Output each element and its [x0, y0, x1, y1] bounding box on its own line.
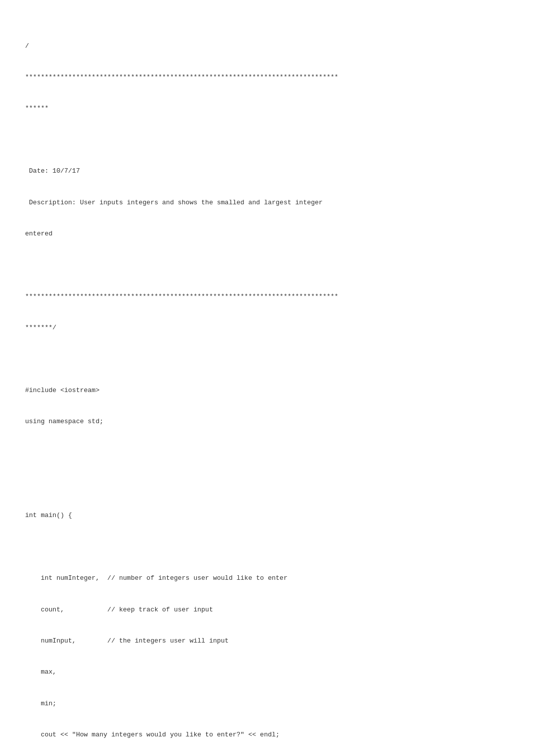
line-entered: entered — [25, 229, 508, 239]
line-empty6 — [25, 542, 508, 553]
line-max: max, — [25, 667, 508, 678]
line-description: Description: User inputs integers and sh… — [25, 198, 508, 208]
line-empty1 — [25, 135, 508, 146]
line-count: count, // keep track of user input — [25, 605, 508, 615]
line-empty2 — [25, 260, 508, 271]
line-empty3 — [25, 354, 508, 365]
line-numinteger: int numInteger, // number of integers us… — [25, 573, 508, 584]
line-stars2: ****** — [25, 103, 508, 114]
code-viewer: / **************************************… — [25, 20, 508, 756]
line-namespace: using namespace std; — [25, 417, 508, 427]
line-date: Date: 10/7/17 — [25, 166, 508, 177]
line-min: min; — [25, 699, 508, 709]
line-include: #include <iostream> — [25, 386, 508, 396]
line-empty4 — [25, 448, 508, 459]
line-stars1: ****************************************… — [25, 72, 508, 83]
line-empty5 — [25, 479, 508, 490]
line-numinput: numInput, // the integers user will inpu… — [25, 636, 508, 647]
line-stars3: ****************************************… — [25, 292, 508, 302]
line-main: int main() { — [25, 511, 508, 521]
line-slash: / — [25, 41, 508, 52]
line-stars-end: *******/ — [25, 323, 508, 333]
line-cout: cout << "How many integers would you lik… — [25, 730, 508, 740]
